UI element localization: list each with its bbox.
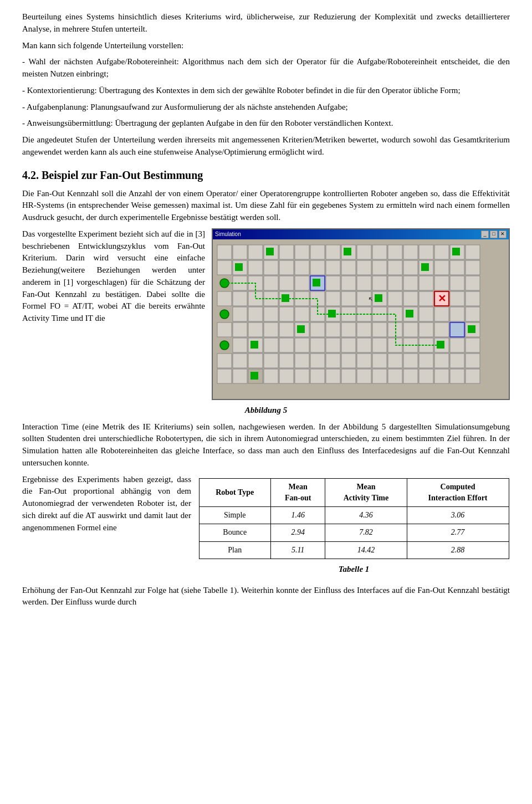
svg-rect-87	[466, 307, 480, 321]
svg-rect-110	[295, 338, 309, 352]
paragraph-7: Die angedeutet Stufen der Unterteilung w…	[22, 134, 510, 158]
svg-rect-48	[419, 276, 433, 290]
table-caption-1: Tabelle 1	[198, 564, 510, 576]
svg-rect-141	[250, 372, 258, 380]
svg-rect-147	[326, 369, 340, 383]
svg-rect-92	[279, 322, 294, 337]
svg-rect-164	[375, 294, 382, 302]
page-content: Beurteilung eines Systems hinsichtlich d…	[22, 11, 510, 608]
svg-rect-166	[406, 310, 413, 317]
svg-rect-155	[450, 369, 464, 383]
svg-point-105	[220, 341, 229, 350]
paragraph-2: Man kann sich folgende Unterteilung vors…	[22, 40, 510, 52]
svg-rect-53	[233, 291, 247, 306]
svg-rect-97	[357, 322, 371, 337]
fanout-bounce: 2.94	[270, 524, 325, 541]
svg-rect-154	[434, 369, 449, 383]
svg-rect-130	[341, 354, 356, 368]
sim-titlebar: Simulation _ □ ✕	[213, 229, 509, 240]
sim-close-button[interactable]: ✕	[499, 231, 507, 238]
bullet-4: - Anweisungsübermittlung: Übertragung de…	[22, 117, 510, 130]
svg-rect-167	[297, 325, 305, 333]
svg-rect-6	[295, 245, 309, 259]
simulation-window[interactable]: Simulation _ □ ✕	[212, 228, 510, 400]
svg-rect-134	[403, 354, 418, 368]
svg-rect-137	[450, 354, 464, 368]
svg-rect-12	[388, 245, 402, 259]
two-col-simulation: Das vorgestellte Experiment bezieht sich…	[22, 228, 510, 400]
svg-rect-106	[233, 338, 247, 352]
svg-rect-140	[233, 369, 247, 383]
sim-svg: ↖ ✕	[213, 239, 509, 399]
table-row: Simple 1.46 4.36 3.06	[199, 507, 509, 524]
svg-rect-30	[403, 260, 418, 275]
svg-rect-150	[372, 369, 387, 383]
svg-rect-98	[372, 322, 387, 337]
svg-text:✕: ✕	[438, 293, 446, 304]
section-heading-42: 4.2. Beispiel zur Fan-Out Bestimmung	[22, 167, 510, 183]
svg-rect-145	[295, 369, 309, 383]
svg-rect-151	[388, 369, 402, 383]
svg-rect-146	[310, 369, 325, 383]
svg-rect-15	[434, 245, 449, 259]
effort-bounce: 2.77	[407, 524, 509, 541]
robot-type-plan: Plan	[199, 541, 270, 559]
svg-rect-14	[419, 245, 433, 259]
svg-rect-120	[450, 338, 464, 352]
svg-rect-148	[341, 369, 356, 383]
svg-rect-26	[341, 260, 356, 275]
table-right-content: Robot Type MeanFan-out MeanActivity Time…	[198, 474, 510, 580]
fanout-plan: 5.11	[270, 541, 325, 559]
svg-rect-1	[217, 245, 232, 259]
svg-rect-72	[233, 307, 247, 321]
table-row: Bounce 2.94 7.82 2.77	[199, 524, 509, 541]
svg-rect-42	[326, 276, 340, 290]
svg-rect-114	[357, 338, 371, 352]
svg-rect-86	[450, 307, 464, 321]
svg-rect-131	[357, 354, 371, 368]
bullet-3: - Aufgabenplanung: Planungsaufwand zur A…	[22, 101, 510, 114]
table-header-effort: ComputedInteraction Effort	[407, 478, 509, 507]
svg-rect-29	[388, 260, 402, 275]
svg-rect-11	[372, 245, 387, 259]
svg-rect-74	[264, 307, 278, 321]
table-section: Ergebnisse des Experiments haben gezeigt…	[22, 474, 510, 580]
svg-rect-123	[233, 354, 247, 368]
svg-rect-25	[326, 260, 340, 275]
robot-type-bounce: Bounce	[199, 524, 270, 541]
svg-rect-144	[279, 369, 294, 383]
svg-rect-95	[326, 322, 340, 337]
svg-rect-51	[466, 276, 480, 290]
table-header-robot-type: Robot Type	[199, 478, 270, 507]
svg-rect-96	[341, 322, 356, 337]
table-header-activity: MeanActivity Time	[325, 478, 407, 507]
svg-rect-161	[421, 263, 429, 271]
svg-rect-138	[466, 354, 480, 368]
svg-rect-128	[310, 354, 325, 368]
svg-rect-109	[279, 338, 294, 352]
svg-rect-103	[450, 322, 464, 337]
svg-rect-32	[434, 260, 449, 275]
svg-rect-44	[357, 276, 371, 290]
sim-minimize-button[interactable]: _	[481, 231, 489, 238]
svg-rect-156	[466, 369, 480, 383]
table-header-fanout: MeanFan-out	[270, 478, 325, 507]
svg-rect-40	[295, 276, 309, 290]
svg-rect-33	[450, 260, 464, 275]
svg-rect-52	[217, 291, 232, 306]
svg-rect-2	[233, 245, 247, 259]
svg-rect-152	[403, 369, 418, 383]
svg-rect-88	[217, 322, 232, 337]
fanout-simple: 1.46	[270, 507, 325, 524]
svg-rect-17	[466, 245, 480, 259]
svg-rect-122	[217, 354, 232, 368]
svg-rect-102	[434, 322, 449, 337]
sim-maximize-button[interactable]: □	[490, 231, 498, 238]
svg-rect-158	[344, 248, 351, 255]
svg-rect-112	[326, 338, 340, 352]
svg-rect-38	[264, 276, 278, 290]
svg-rect-66	[419, 291, 433, 306]
paragraph-9: Interaction Time (eine Metrik des IE Kri…	[22, 421, 510, 469]
svg-rect-157	[266, 248, 274, 255]
svg-rect-85	[434, 307, 449, 321]
